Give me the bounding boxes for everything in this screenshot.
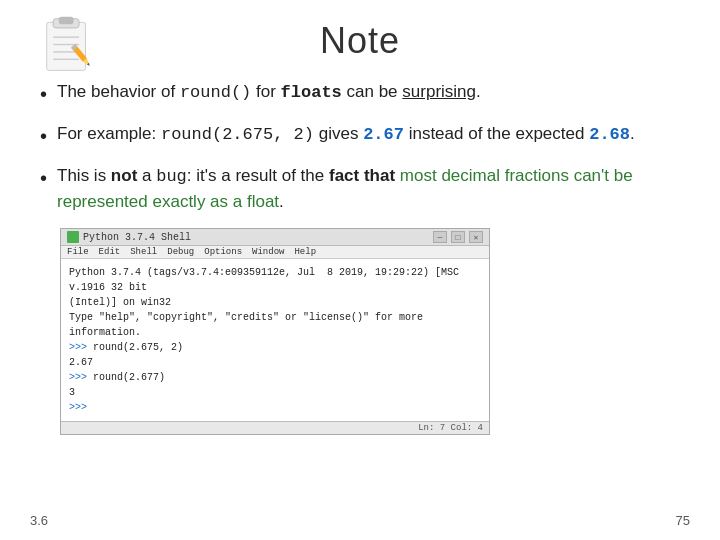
slide-container: Note • The behavior of round() for float… [0,0,720,540]
shell-window-controls: ─ □ ✕ [433,231,483,243]
bullet1-prefix: The behavior of [57,82,180,101]
menu-debug[interactable]: Debug [167,247,194,257]
shell-menubar: File Edit Shell Debug Options Window Hel… [61,246,489,259]
slide-title: Note [320,20,400,62]
notebook-icon [40,15,95,75]
footer-left: 3.6 [30,513,48,528]
shell-line-4: >>> round(2.675, 2) [69,340,481,355]
shell-line-1: Python 3.7.4 (tags/v3.7.4:e09359112e, Ju… [69,265,481,295]
shell-statusbar: Ln: 7 Col: 4 [61,421,489,434]
bullet2-prefix: For example: [57,124,161,143]
bullet1-link: surprising [402,82,476,101]
bullet-item-3: • This is not a bug: it's a result of th… [40,164,680,214]
svg-rect-2 [59,17,74,24]
shell-title-text: Python 3.7.4 Shell [83,232,191,243]
bullet1-end: . [476,82,481,101]
shell-line-8: >>> [69,400,481,415]
svg-rect-0 [47,22,86,70]
close-button[interactable]: ✕ [469,231,483,243]
shell-title-left: Python 3.7.4 Shell [67,231,191,243]
bullet-text-1: The behavior of round() for floats can b… [57,80,680,106]
menu-shell[interactable]: Shell [130,247,157,257]
bullet1-suffix: can be [342,82,403,101]
bullet3-mid2: : it's a result of the [187,166,329,185]
menu-help[interactable]: Help [294,247,316,257]
bullet-item-1: • The behavior of round() for floats can… [40,80,680,108]
menu-options[interactable]: Options [204,247,242,257]
bullet2-result: 2.67 [363,125,404,144]
maximize-button[interactable]: □ [451,231,465,243]
bullet2-suffix: instead of the expected [404,124,589,143]
bullet-list: • The behavior of round() for floats can… [40,80,680,214]
bullet-item-2: • For example: round(2.675, 2) gives 2.6… [40,122,680,150]
bullet3-bold1: not [111,166,137,185]
bullet3-prefix: This is [57,166,111,185]
bullet2-code1: round(2.675, 2) [161,125,314,144]
bullet-dot-3: • [40,164,47,192]
bullet-dot-1: • [40,80,47,108]
menu-file[interactable]: File [67,247,89,257]
menu-window[interactable]: Window [252,247,284,257]
footer-right: 75 [676,513,690,528]
bullet3-mid1: a [137,166,156,185]
bullet2-end: . [630,124,635,143]
bullet3-bold2: fact that [329,166,395,185]
shell-line-5: 2.67 [69,355,481,370]
bullet3-end: . [279,192,284,211]
shell-body: Python 3.7.4 (tags/v3.7.4:e09359112e, Ju… [61,259,489,421]
bullet1-code2: floats [281,83,342,102]
shell-statusbar-text: Ln: 7 Col: 4 [418,423,483,433]
bullet2-result2: 2.68 [589,125,630,144]
bullet1-code1: round() [180,83,251,102]
bullet1-middle: for [251,82,280,101]
shell-titlebar: Python 3.7.4 Shell ─ □ ✕ [61,229,489,246]
shell-line-6: >>> round(2.677) [69,370,481,385]
menu-edit[interactable]: Edit [99,247,121,257]
bullet3-code1: bug [156,167,187,186]
bullet-text-3: This is not a bug: it's a result of the … [57,164,680,214]
bullet-dot-2: • [40,122,47,150]
python-shell: Python 3.7.4 Shell ─ □ ✕ File Edit Shell… [60,228,490,435]
minimize-button[interactable]: ─ [433,231,447,243]
shell-app-icon [67,231,79,243]
bullet2-middle: gives [314,124,363,143]
bullet-text-2: For example: round(2.675, 2) gives 2.67 … [57,122,680,148]
header: Note [40,20,680,62]
shell-line-3: Type "help", "copyright", "credits" or "… [69,310,481,340]
shell-line-2: (Intel)] on win32 [69,295,481,310]
shell-line-7: 3 [69,385,481,400]
